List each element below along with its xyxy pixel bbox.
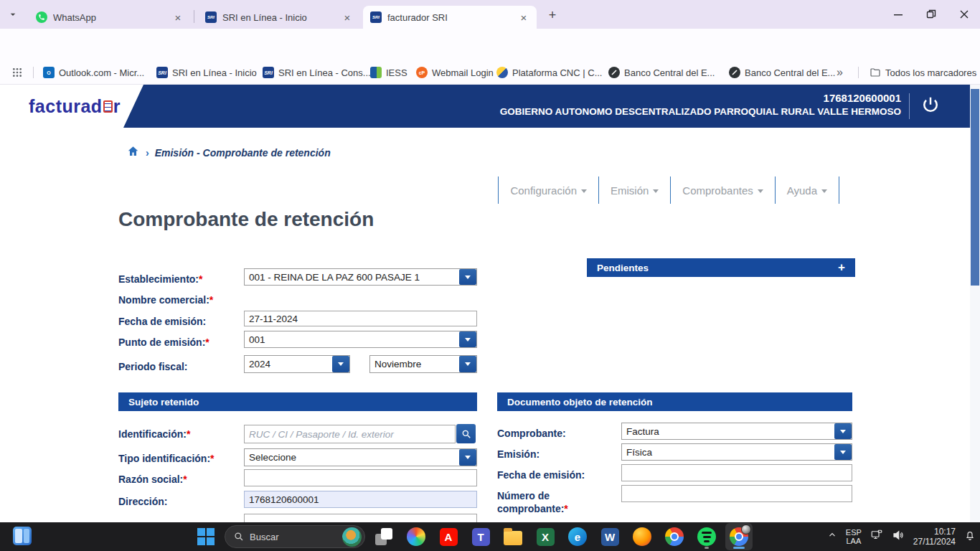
- menu-ayuda[interactable]: Ayuda: [776, 176, 839, 204]
- periodo-anio-select[interactable]: 2024: [244, 355, 350, 373]
- emision-select[interactable]: Física: [621, 443, 852, 461]
- window-close-button[interactable]: [950, 4, 979, 24]
- chevron-down-icon: [465, 456, 471, 459]
- bookmark-cnc[interactable]: Plataforma CNC | C...: [496, 65, 602, 80]
- chrome-icon[interactable]: [661, 523, 688, 550]
- sri-favicon: SRI: [205, 11, 217, 23]
- teams-icon[interactable]: T: [467, 523, 494, 550]
- apps-grid-icon[interactable]: [11, 65, 23, 80]
- periodo-mes-select[interactable]: Noviembre: [369, 355, 477, 373]
- logout-power-icon[interactable]: [920, 95, 941, 116]
- all-bookmarks-button[interactable]: Todos los marcadores: [870, 65, 976, 80]
- firefox-icon[interactable]: [628, 523, 656, 550]
- bookmark-label: SRI en Línea - Inicio: [172, 67, 257, 78]
- bookmark-webmail[interactable]: cP Webmail Login: [416, 65, 494, 80]
- edge-icon[interactable]: e: [564, 523, 591, 550]
- bookmark-sri-consultas[interactable]: SRI SRI en Línea - Cons...: [263, 65, 371, 80]
- identificacion-search-button[interactable]: [456, 424, 476, 443]
- page-scrollbar-thumb[interactable]: [971, 89, 979, 286]
- chevron-down-icon: [465, 338, 471, 342]
- acrobat-icon[interactable]: A: [435, 523, 462, 550]
- taskbar-search[interactable]: Buscar: [225, 525, 365, 548]
- menu-label: Comprobantes: [682, 184, 753, 197]
- punto-emision-select[interactable]: 001: [244, 331, 477, 348]
- file-explorer-icon[interactable]: [499, 523, 527, 550]
- task-view-icon[interactable]: [370, 523, 397, 550]
- dropdown-button[interactable]: [834, 423, 852, 439]
- bookmark-banco-central-1[interactable]: Banco Central del E...: [608, 65, 715, 80]
- tray-chevron-up-icon[interactable]: [827, 530, 837, 543]
- comprobante-value: Factura: [622, 426, 834, 437]
- establecimiento-select[interactable]: 001 - REINA DE LA PAZ 600 PASAJE 1: [244, 268, 477, 286]
- tipo-identificacion-value: Seleccione: [245, 452, 459, 463]
- tipo-identificacion-select[interactable]: Seleccione: [244, 448, 477, 466]
- menu-emision[interactable]: Emisión: [599, 176, 671, 204]
- chevron-down-icon: [465, 276, 471, 279]
- menu-configuracion[interactable]: Configuración: [498, 176, 599, 204]
- chrome-active-icon[interactable]: [725, 523, 753, 550]
- pendientes-panel-header[interactable]: Pendientes +: [587, 258, 855, 277]
- periodo-fiscal-label: Periodo fiscal:: [118, 361, 187, 372]
- tab-whatsapp[interactable]: WhatsApp ×: [29, 6, 191, 29]
- fecha-emision-input[interactable]: [244, 311, 477, 326]
- language-indicator[interactable]: ESPLAA: [846, 528, 862, 545]
- mes-value: Noviembre: [370, 359, 459, 369]
- chevron-down-icon: [758, 189, 763, 193]
- new-tab-button[interactable]: +: [544, 7, 561, 24]
- bookmark-banco-central-2[interactable]: Banco Central del E...: [729, 65, 835, 80]
- emision-value: Física: [622, 447, 834, 458]
- dropdown-button[interactable]: [459, 269, 476, 285]
- search-highlight-image[interactable]: [342, 527, 362, 547]
- tab-sri-en-linea[interactable]: SRI SRI en Línea - Inicio ×: [198, 6, 360, 29]
- nombre-comercial-label: Nombre comercial:*: [118, 294, 213, 306]
- dropdown-button[interactable]: [332, 356, 349, 372]
- dropdown-button[interactable]: [834, 444, 852, 460]
- spotify-icon[interactable]: [693, 523, 720, 550]
- doc-fecha-emision-input[interactable]: [621, 464, 852, 481]
- tab-facturador-sri-active[interactable]: SRI facturador SRI ×: [363, 6, 537, 29]
- word-icon[interactable]: W: [596, 523, 623, 550]
- anio-value: 2024: [245, 359, 332, 369]
- dropdown-button[interactable]: [459, 331, 476, 347]
- home-breadcrumb-icon[interactable]: [126, 145, 140, 161]
- numero-comprobante-input[interactable]: [621, 485, 852, 502]
- widgets-icon[interactable]: [13, 527, 33, 547]
- bookmark-label: Webmail Login: [432, 67, 494, 78]
- bookmark-sri-inicio[interactable]: SRI SRI en Línea - Inicio: [156, 65, 257, 80]
- bookmarks-overflow-chevron[interactable]: »: [837, 65, 843, 80]
- tab-close-icon[interactable]: ×: [172, 11, 184, 24]
- razon-social-input[interactable]: [244, 469, 477, 486]
- establecimiento-value: 001 - REINA DE LA PAZ 600 PASAJE 1: [245, 272, 459, 283]
- bookmark-outlook[interactable]: O Outlook.com - Micr...: [43, 65, 144, 80]
- expand-plus-icon[interactable]: +: [838, 260, 845, 275]
- menu-label: Configuración: [510, 184, 577, 197]
- profile-badge: [741, 524, 751, 534]
- clock[interactable]: 10:1727/11/2024: [913, 527, 956, 547]
- direccion-input[interactable]: [244, 491, 477, 508]
- tab-close-icon[interactable]: ×: [341, 11, 353, 24]
- volume-icon[interactable]: [892, 529, 905, 545]
- window-restore-button[interactable]: [917, 4, 946, 24]
- comprobante-select[interactable]: Factura: [621, 423, 852, 440]
- tab-search-chevron-icon[interactable]: [7, 9, 22, 20]
- sri-favicon: SRI: [156, 67, 168, 78]
- notifications-bell-icon[interactable]: [964, 529, 976, 544]
- menu-comprobantes[interactable]: Comprobantes: [671, 176, 775, 204]
- excel-icon[interactable]: X: [532, 523, 559, 550]
- start-button[interactable]: [192, 523, 220, 550]
- copilot-icon[interactable]: [402, 523, 430, 550]
- dropdown-button[interactable]: [459, 449, 476, 466]
- facturador-logo[interactable]: facturadr: [29, 96, 121, 117]
- window-minimize-button[interactable]: [884, 4, 913, 24]
- section-title: Sujeto retenido: [128, 397, 199, 408]
- logo-text-left: facturad: [29, 96, 103, 117]
- bookmark-iess[interactable]: IESS: [370, 65, 407, 80]
- chevron-down-icon: [821, 189, 827, 193]
- tab-title: facturador SRI: [387, 12, 512, 23]
- dropdown-button[interactable]: [459, 356, 476, 372]
- tab-close-icon[interactable]: ×: [518, 11, 529, 24]
- network-icon[interactable]: [870, 529, 883, 545]
- breadcrumb-chevron-icon: ›: [146, 147, 149, 159]
- whatsapp-icon: [36, 11, 47, 23]
- identificacion-input[interactable]: [244, 425, 456, 443]
